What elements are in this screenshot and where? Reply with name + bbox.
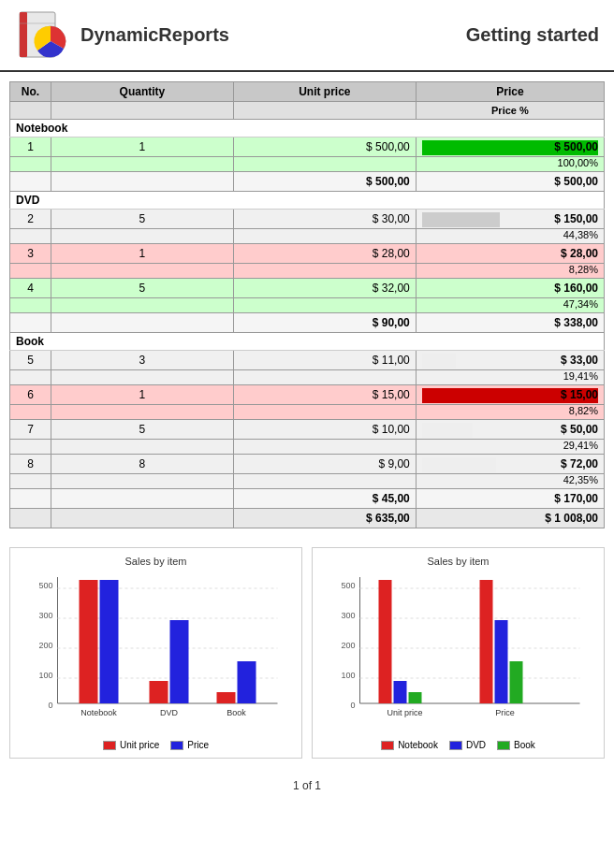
table-row: 1 1 $ 500,00 $ 500,00	[10, 137, 605, 157]
row-no: 3	[10, 244, 51, 264]
row-no: 4	[10, 279, 51, 298]
pct-value: 19,41%	[416, 370, 604, 385]
price-cell: $ 500,00	[416, 137, 604, 157]
row-unit: $ 500,00	[233, 137, 416, 157]
col-header-qty: Quantity	[51, 82, 234, 102]
table-row: 6 1 $ 15,00 $ 15,00	[10, 385, 605, 405]
row-unit: $ 11,00	[233, 351, 416, 370]
pct-row: 8,28%	[10, 264, 605, 279]
subtotal-row: $ 90,00 $ 338,00	[10, 313, 605, 333]
group-row: Notebook	[10, 120, 605, 137]
row-no: 6	[10, 385, 51, 405]
row-unit: $ 32,00	[233, 279, 416, 298]
pct-value: 8,82%	[416, 405, 604, 420]
page-number: 1 of 1	[293, 779, 321, 792]
price-cell: $ 150,00	[416, 210, 604, 229]
legend-item-book: Book	[497, 740, 535, 750]
legend-label-unitprice: Unit price	[120, 740, 159, 750]
row-qty: 3	[51, 351, 234, 370]
row-no: 1	[10, 137, 51, 157]
legend-color-price	[170, 741, 183, 750]
price-cell: $ 15,00	[416, 385, 604, 405]
row-no: 7	[10, 420, 51, 440]
col-header-no: No.	[10, 82, 51, 102]
svg-rect-39	[495, 620, 508, 703]
chart1-legend: Unit price Price	[18, 740, 294, 750]
chart1-container: Sales by item 0 100 200 300 500	[9, 547, 302, 759]
row-unit: $ 15,00	[233, 385, 416, 405]
svg-rect-40	[510, 661, 523, 703]
pct-value: 44,38%	[416, 229, 604, 244]
row-qty: 8	[51, 455, 234, 474]
row-unit: $ 28,00	[233, 244, 416, 264]
svg-rect-38	[480, 580, 493, 703]
chart1-title: Sales by item	[18, 556, 294, 567]
grandtotal-unit: $ 635,00	[233, 509, 416, 528]
row-qty: 1	[51, 137, 234, 157]
price-cell: $ 28,00	[416, 244, 604, 264]
svg-text:0: 0	[48, 701, 52, 710]
pct-value: 100,00%	[416, 157, 604, 172]
svg-rect-15	[80, 580, 98, 703]
legend-color-book	[497, 741, 510, 750]
subtotal-unit: $ 500,00	[233, 172, 416, 192]
col-header-price: Price	[416, 82, 604, 102]
row-no: 8	[10, 455, 51, 474]
chart2-container: Sales by item 0 100 200 300 500	[312, 547, 605, 759]
chart2-legend: Notebook DVD Book	[320, 740, 596, 750]
subtotal-unit: $ 90,00	[233, 313, 416, 333]
page-title: Getting started	[466, 24, 599, 46]
table-row: 2 5 $ 30,00 $ 150,00	[10, 210, 605, 229]
legend-label-notebook: Notebook	[398, 740, 438, 750]
svg-text:DVD: DVD	[160, 708, 179, 717]
pct-row: 100,00%	[10, 157, 605, 172]
pct-row: 8,82%	[10, 405, 605, 420]
row-no: 5	[10, 351, 51, 370]
legend-color-dvd	[449, 741, 462, 750]
svg-text:Unit price: Unit price	[387, 708, 422, 717]
col-subheader-qty	[51, 102, 234, 120]
row-unit: $ 30,00	[233, 210, 416, 229]
row-qty: 5	[51, 279, 234, 298]
subtotal-price: $ 338,00	[416, 313, 604, 333]
col-header-unit: Unit price	[233, 82, 416, 102]
svg-rect-37	[409, 692, 422, 703]
chart2-title: Sales by item	[320, 556, 596, 567]
pct-row: 42,35%	[10, 474, 605, 489]
pct-value: 29,41%	[416, 440, 604, 455]
subtotal-row: $ 500,00 $ 500,00	[10, 172, 605, 192]
row-qty: 1	[51, 385, 234, 405]
pct-row: 19,41%	[10, 370, 605, 385]
pct-value: 47,34%	[416, 298, 604, 313]
pct-row: 47,34%	[10, 298, 605, 313]
svg-text:300: 300	[38, 611, 52, 620]
svg-text:0: 0	[350, 701, 355, 710]
svg-text:200: 200	[341, 641, 355, 650]
pct-value: 8,28%	[416, 264, 604, 279]
col-subheader-price-pct: Price %	[416, 102, 604, 120]
col-subheader-no	[10, 102, 51, 120]
legend-color-notebook	[381, 741, 394, 750]
svg-text:200: 200	[38, 641, 52, 650]
group-row: Book	[10, 333, 605, 351]
svg-rect-17	[150, 681, 168, 703]
price-cell: $ 72,00	[416, 455, 604, 474]
report-table: No. Quantity Unit price Price Price % No…	[9, 81, 605, 528]
group-row: DVD	[10, 192, 605, 210]
table-row: 4 5 $ 32,00 $ 160,00	[10, 279, 605, 298]
svg-text:100: 100	[341, 671, 355, 680]
subtotal-price: $ 500,00	[416, 172, 604, 192]
svg-rect-20	[238, 661, 256, 703]
grandtotal-row: $ 635,00 $ 1 008,00	[10, 509, 605, 528]
table-row: 3 1 $ 28,00 $ 28,00	[10, 244, 605, 264]
legend-item-unitprice: Unit price	[103, 740, 159, 750]
svg-rect-18	[170, 620, 189, 703]
svg-text:500: 500	[38, 581, 52, 590]
pct-row: 29,41%	[10, 440, 605, 455]
svg-text:Book: Book	[227, 708, 246, 717]
header-left: DynamicReports	[15, 9, 229, 61]
legend-item-dvd: DVD	[449, 740, 486, 750]
subtotal-unit: $ 45,00	[233, 489, 416, 509]
legend-item-price: Price	[170, 740, 209, 750]
header: DynamicReports Getting started	[0, 0, 614, 72]
